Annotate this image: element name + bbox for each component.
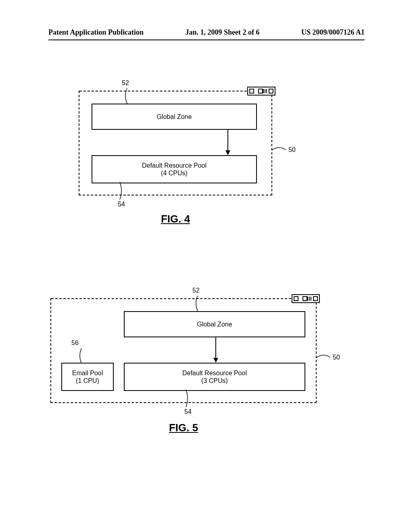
server-icon [292, 294, 320, 305]
fig4-leader-54-icon [116, 182, 124, 202]
fig5-global-zone-box: Global Zone [124, 311, 305, 337]
fig4-global-zone-label: Global Zone [156, 113, 192, 121]
fig5-default-pool-box: Default Resource Pool (3 CPUs) [124, 363, 305, 391]
page: Patent Application Publication Jan. 1, 2… [0, 0, 413, 532]
fig5-leader-56-icon [77, 348, 86, 366]
fig5-default-pool-label: Default Resource Pool [182, 369, 247, 377]
fig4-refnum-50: 50 [288, 146, 296, 154]
header-rule [48, 39, 365, 40]
fig4-global-zone-box: Global Zone [92, 104, 257, 130]
svg-marker-17 [213, 358, 218, 363]
fig4-default-pool-cpus: (4 CPUs) [161, 169, 188, 177]
page-header: Patent Application Publication Jan. 1, 2… [0, 28, 413, 37]
fig4-refnum-52: 52 [122, 79, 129, 87]
server-icon [247, 87, 275, 97]
fig5-system-boundary: Global Zone Email Pool (1 CPU) Default R… [50, 298, 317, 403]
fig5-email-pool-box: Email Pool (1 CPU) [61, 363, 114, 391]
figure-5: Global Zone Email Pool (1 CPU) Default R… [50, 298, 317, 403]
svg-rect-9 [292, 295, 319, 303]
fig5-global-zone-label: Global Zone [197, 321, 232, 328]
header-right: US 2009/0007126 A1 [301, 28, 365, 37]
fig4-leader-50: 50 [272, 146, 296, 154]
fig5-dashed-top [51, 298, 295, 299]
svg-marker-8 [225, 150, 230, 155]
fig5-refnum-50: 50 [333, 354, 340, 361]
fig5-leader-52-icon [194, 296, 202, 314]
fig4-caption: FIG. 4 [79, 213, 272, 225]
fig4-dashed-top [79, 91, 251, 91]
fig5-leader-50: 50 [317, 354, 340, 361]
fig4-leader-52-icon [123, 88, 131, 106]
header-left: Patent Application Publication [48, 28, 144, 37]
fig5-refnum-56: 56 [71, 339, 79, 347]
header-center: Jan. 1, 2009 Sheet 2 of 6 [186, 28, 260, 37]
svg-rect-0 [248, 87, 275, 95]
fig4-system-boundary: Global Zone Default Resource Pool (4 CPU… [79, 91, 272, 195]
fig5-email-pool-cpus: (1 CPU) [76, 377, 99, 384]
fig5-refnum-54: 54 [184, 408, 192, 416]
fig4-default-pool-label: Default Resource Pool [142, 162, 206, 169]
fig5-default-pool-cpus: (3 CPUs) [201, 377, 228, 384]
fig5-caption: FIG. 5 [50, 422, 317, 434]
fig4-refnum-54: 54 [118, 201, 125, 208]
fig4-default-pool-box: Default Resource Pool (4 CPUs) [92, 155, 257, 183]
fig5-leader-54-icon [182, 389, 190, 409]
fig5-refnum-52: 52 [192, 287, 200, 294]
figure-4: Global Zone Default Resource Pool (4 CPU… [79, 91, 272, 195]
fig5-arrow-down-icon [213, 337, 219, 364]
fig4-arrow-down-icon [225, 130, 231, 157]
fig5-email-pool-label: Email Pool [72, 369, 103, 377]
